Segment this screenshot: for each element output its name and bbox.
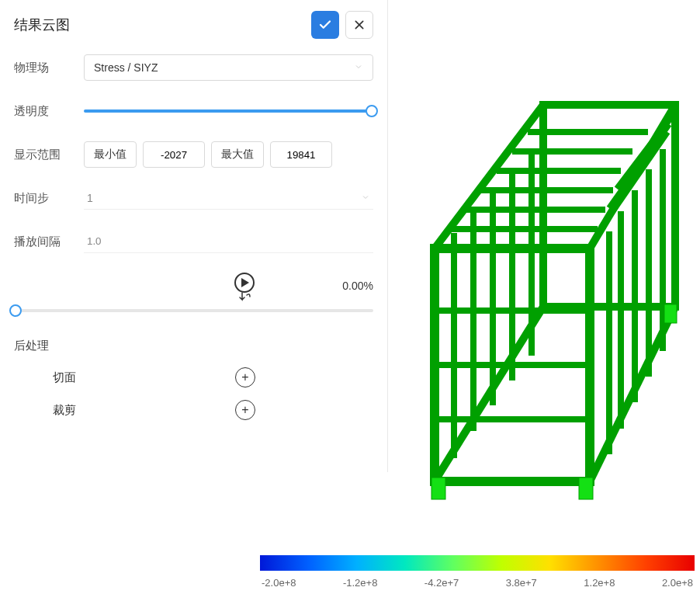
close-button[interactable] xyxy=(345,11,373,39)
confirm-button[interactable] xyxy=(311,11,339,39)
section-plane-row: 切面 + xyxy=(14,367,373,387)
check-icon xyxy=(318,18,332,32)
structure-render xyxy=(388,0,700,544)
play-row xyxy=(115,272,373,300)
svg-marker-3 xyxy=(241,278,249,287)
progress-text: 0.00% xyxy=(342,280,373,292)
postprocess-label: 后处理 xyxy=(14,339,373,353)
legend-tick: 1.2e+8 xyxy=(584,577,615,589)
chevron-down-icon xyxy=(361,192,370,204)
svg-rect-32 xyxy=(431,478,445,499)
range-label: 显示范围 xyxy=(14,148,84,162)
legend-tick: -1.2e+8 xyxy=(343,577,377,589)
svg-rect-34 xyxy=(664,304,677,323)
clip-label: 裁剪 xyxy=(53,403,146,418)
viewport-3d[interactable] xyxy=(388,0,700,544)
max-input[interactable] xyxy=(270,141,332,168)
interval-label: 播放间隔 xyxy=(14,235,84,249)
legend-tick: -2.0e+8 xyxy=(262,577,296,589)
section-plane-label: 切面 xyxy=(53,370,146,385)
clip-row: 裁剪 + xyxy=(14,400,373,420)
min-input[interactable] xyxy=(143,141,205,168)
opacity-slider[interactable] xyxy=(84,103,373,119)
range-row: 显示范围 最小值 最大值 xyxy=(14,141,373,168)
play-button[interactable] xyxy=(230,272,258,300)
physics-label: 物理场 xyxy=(14,61,84,75)
plus-icon: + xyxy=(241,371,248,384)
results-panel: 结果云图 物理场 Stress / SIYZ 透明度 显示范 xyxy=(0,0,388,472)
svg-rect-33 xyxy=(579,478,593,499)
physics-select[interactable]: Stress / SIYZ xyxy=(84,54,373,81)
color-legend: -2.0e+8 -1.2e+8 -4.2e+7 3.8e+7 1.2e+8 2.… xyxy=(260,555,695,589)
legend-tick: 3.8e+7 xyxy=(506,577,537,589)
timeline-row xyxy=(14,303,373,318)
min-label: 最小值 xyxy=(84,141,137,168)
timestep-label: 时间步 xyxy=(14,191,84,206)
panel-title: 结果云图 xyxy=(14,16,305,34)
timestep-row: 时间步 1 xyxy=(14,185,373,211)
legend-ticks: -2.0e+8 -1.2e+8 -4.2e+7 3.8e+7 1.2e+8 2.… xyxy=(260,577,695,589)
opacity-row: 透明度 xyxy=(14,98,373,124)
plus-icon: + xyxy=(241,404,248,416)
legend-gradient xyxy=(260,555,695,571)
legend-tick: -4.2e+7 xyxy=(425,577,459,589)
interval-input[interactable] xyxy=(84,230,373,253)
panel-header: 结果云图 xyxy=(14,11,373,39)
opacity-label: 透明度 xyxy=(14,104,84,119)
interval-row: 播放间隔 xyxy=(14,228,373,255)
physics-value: Stress / SIYZ xyxy=(94,61,158,74)
chevron-down-icon xyxy=(354,61,363,74)
legend-tick: 2.0e+8 xyxy=(662,577,693,589)
add-clip-button[interactable]: + xyxy=(235,400,255,420)
timestep-select[interactable]: 1 xyxy=(84,186,373,210)
close-icon xyxy=(353,19,366,31)
timeline-slider[interactable] xyxy=(14,303,373,318)
slider-thumb[interactable] xyxy=(9,304,22,317)
timestep-value: 1 xyxy=(87,192,93,204)
add-section-button[interactable]: + xyxy=(235,367,255,387)
play-icon xyxy=(230,272,258,304)
max-label: 最大值 xyxy=(211,141,264,168)
physics-row: 物理场 Stress / SIYZ xyxy=(14,54,373,81)
slider-thumb[interactable] xyxy=(366,105,378,117)
